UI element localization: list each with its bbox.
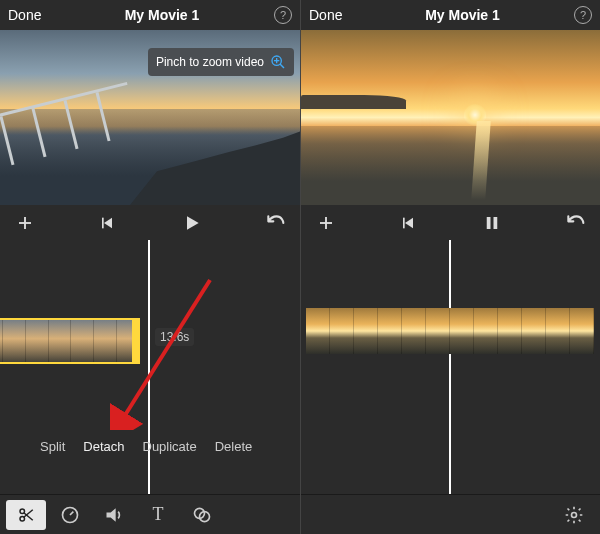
timeline[interactable]: 13.6s Split Detach Duplicate Delete [0, 240, 300, 494]
help-icon: ? [274, 6, 292, 24]
help-icon: ? [574, 6, 592, 24]
skip-start-button[interactable] [398, 212, 420, 234]
undo-button[interactable] [564, 212, 586, 234]
timeline[interactable] [301, 240, 600, 494]
video-preview[interactable]: Pinch to zoom video [0, 30, 300, 205]
transport-bar [301, 205, 600, 240]
playhead[interactable] [148, 240, 150, 494]
add-media-button[interactable] [14, 212, 36, 234]
bottom-toolbar: T [0, 494, 300, 534]
svg-rect-24 [487, 217, 491, 229]
help-button[interactable]: ? [268, 6, 292, 24]
undo-button[interactable] [264, 212, 286, 234]
svg-marker-6 [104, 217, 112, 228]
detach-button[interactable]: Detach [83, 439, 124, 454]
add-media-button[interactable] [315, 212, 337, 234]
top-bar: Done My Movie 1 ? [301, 0, 600, 30]
svg-line-16 [70, 511, 73, 514]
speed-tool[interactable] [50, 500, 90, 530]
bottom-toolbar [301, 494, 600, 534]
settings-button[interactable] [554, 500, 594, 530]
project-title: My Movie 1 [56, 7, 268, 23]
video-preview[interactable] [301, 30, 600, 205]
transport-bar [0, 205, 300, 240]
svg-rect-25 [494, 217, 498, 229]
skip-start-button[interactable] [97, 212, 119, 234]
svg-marker-8 [187, 216, 199, 229]
tooltip-text: Pinch to zoom video [156, 55, 264, 69]
clip[interactable] [306, 308, 594, 354]
selected-clip[interactable] [0, 318, 140, 364]
svg-line-1 [280, 64, 284, 68]
svg-marker-22 [405, 217, 413, 228]
volume-tool[interactable] [94, 500, 134, 530]
zoom-tooltip: Pinch to zoom video [148, 48, 294, 76]
play-button[interactable] [181, 212, 203, 234]
clip-edit-menu: Split Detach Duplicate Delete [40, 439, 280, 454]
project-title: My Movie 1 [357, 7, 568, 23]
svg-rect-7 [102, 217, 104, 228]
svg-marker-17 [107, 508, 116, 521]
help-button[interactable]: ? [568, 6, 592, 24]
top-bar: Done My Movie 1 ? [0, 0, 300, 30]
done-button[interactable]: Done [8, 7, 56, 23]
scissors-tool[interactable] [6, 500, 46, 530]
svg-rect-23 [403, 217, 405, 228]
done-button[interactable]: Done [309, 7, 357, 23]
zoom-in-icon [270, 54, 286, 70]
clip-duration-label: 13.6s [155, 328, 194, 346]
editor-right-pane: Done My Movie 1 ? [300, 0, 600, 534]
filters-tool[interactable] [182, 500, 222, 530]
playhead[interactable] [449, 240, 451, 494]
svg-point-26 [572, 512, 577, 517]
editor-left-pane: Done My Movie 1 ? Pinch to zoom video [0, 0, 300, 534]
titles-tool[interactable]: T [138, 500, 178, 530]
pause-button[interactable] [481, 212, 503, 234]
split-button[interactable]: Split [40, 439, 65, 454]
delete-button[interactable]: Delete [215, 439, 253, 454]
duplicate-button[interactable]: Duplicate [143, 439, 197, 454]
